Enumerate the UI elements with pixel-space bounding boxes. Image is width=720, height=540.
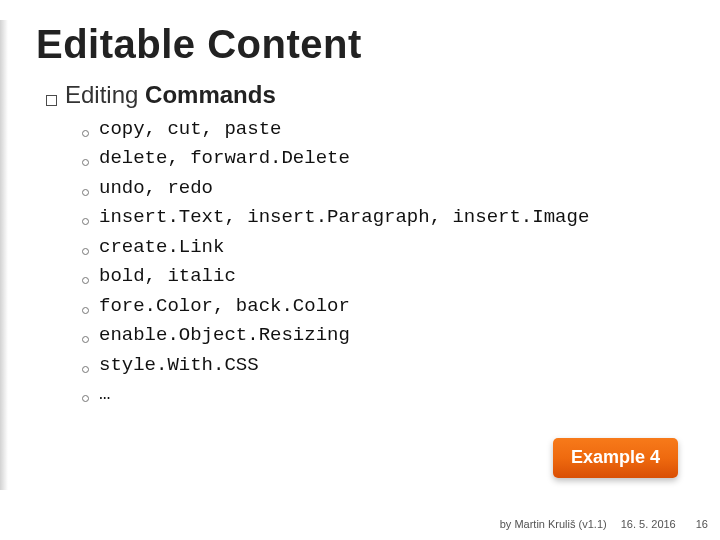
ring-bullet-icon [82,248,89,255]
slide-title: Editable Content [36,22,684,67]
list-item: copy, cut, paste [82,115,684,144]
section-heading: Editing Commands [46,81,684,109]
ring-bullet-icon [82,189,89,196]
command-text: copy, cut, paste [99,115,281,144]
command-text: enable.Object.Resizing [99,321,350,350]
example-badge[interactable]: Example 4 [553,438,678,478]
command-text: create.Link [99,233,224,262]
ring-bullet-icon [82,277,89,284]
list-item: bold, italic [82,262,684,291]
list-item: fore.Color, back.Color [82,292,684,321]
footer-date: 16. 5. 2016 [621,518,676,530]
list-item: … [82,380,684,409]
square-bullet-icon [46,95,57,106]
section-prefix: Editing [65,81,138,108]
slide-body: Editable Content Editing Commands copy, … [0,0,720,540]
ring-bullet-icon [82,130,89,137]
ring-bullet-icon [82,218,89,225]
command-list: copy, cut, paste delete, forward.Delete … [82,115,684,409]
ring-bullet-icon [82,159,89,166]
command-text: delete, forward.Delete [99,144,350,173]
ring-bullet-icon [82,395,89,402]
command-text: undo, redo [99,174,213,203]
list-item: create.Link [82,233,684,262]
list-item: enable.Object.Resizing [82,321,684,350]
footer-page-number: 16 [696,518,708,530]
command-text: insert.Text, insert.Paragraph, insert.Im… [99,203,589,232]
section-suffix: Commands [138,81,275,108]
slide-footer: by Martin Kruliš (v1.1) 16. 5. 2016 16 [12,518,708,530]
list-item: delete, forward.Delete [82,144,684,173]
ring-bullet-icon [82,366,89,373]
list-item: insert.Text, insert.Paragraph, insert.Im… [82,203,684,232]
list-item: style.With.CSS [82,351,684,380]
ring-bullet-icon [82,336,89,343]
command-text: … [99,380,110,409]
command-text: bold, italic [99,262,236,291]
command-text: style.With.CSS [99,351,259,380]
ring-bullet-icon [82,307,89,314]
footer-author: by Martin Kruliš (v1.1) [500,518,607,530]
list-item: undo, redo [82,174,684,203]
command-text: fore.Color, back.Color [99,292,350,321]
